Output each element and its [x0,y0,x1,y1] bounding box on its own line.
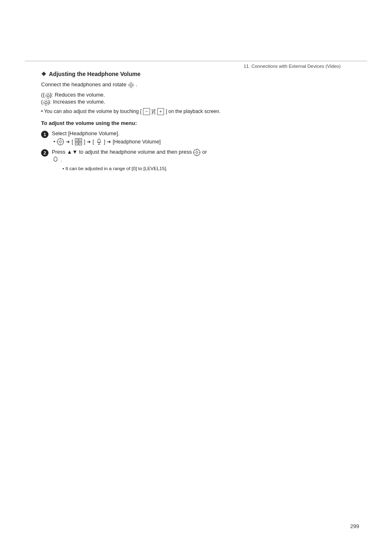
reduces-label: ({}: Reduces the volume. [41,92,359,98]
bullet-note: • You can also adjust the volume by touc… [41,108,359,115]
chapter-header: 11. Connections with External Devices (V… [25,61,367,69]
plus-bracket-icon: + [157,108,164,115]
step-1-submenu: • [53,138,359,145]
step-2-text: Press ▲▼ to adjust the headphone volume … [52,149,193,155]
svg-line-52 [57,157,57,158]
chapter-title: 11. Connections with External Devices (V… [244,64,341,69]
mic-icon [96,138,102,145]
step-1-content: Select [Headphone Volume]. • [52,130,359,145]
step-2: 2 Press ▲▼ to adjust the headphone volum… [41,149,359,171]
arrow-1: ➜ [66,139,70,145]
gear-icon-increases [43,99,48,105]
diamond-icon: ❖ [41,71,46,77]
svg-point-40 [196,152,198,154]
confirm-wheel-icon [193,149,201,156]
step-2-number: 2 [41,149,48,157]
menu-wheel-icon [57,138,64,145]
section-title: ❖ Adjusting the Headphone Volume [41,71,359,77]
svg-point-19 [60,141,62,143]
arrow-3: ➜ [107,139,111,145]
gear-rotate-icon [128,82,134,88]
page-number: 299 [350,523,359,529]
touch-icon [52,156,59,164]
step-2-content: Press ▲▼ to adjust the headphone volume … [52,149,359,171]
increases-label: (): Increases the volume. [41,99,359,105]
svg-point-1 [129,82,134,88]
connect-instruction: Connect the headphones and rotate . [41,81,359,88]
volume-controls: ({}: Reduces the volume. (): Increases t… [41,92,359,105]
step-2-note: It can be adjusted in a range of [0] to … [62,166,359,171]
section-title-text: Adjusting the Headphone Volume [49,71,141,77]
svg-point-12 [45,102,47,104]
svg-point-0 [130,84,132,86]
svg-rect-36 [98,139,100,143]
svg-point-13 [44,100,49,105]
minus-bracket-icon: − [143,108,150,115]
page: 11. Connections with External Devices (V… [0,0,392,554]
arrow-2: ➜ [87,139,91,145]
svg-line-51 [54,157,55,158]
step-1-number: 1 [41,131,48,138]
step-1-text: Select [Headphone Volume]. [52,130,120,136]
submenu-title: To adjust the volume using the menu: [41,120,359,126]
step-1: 1 Select [Headphone Volume]. • [41,130,359,145]
svg-point-7 [45,93,51,98]
svg-point-6 [47,95,49,97]
content-area: ❖ Adjusting the Headphone Volume Connect… [41,71,359,174]
grid-icon [75,138,82,145]
gear-icon-reduces [45,92,50,98]
